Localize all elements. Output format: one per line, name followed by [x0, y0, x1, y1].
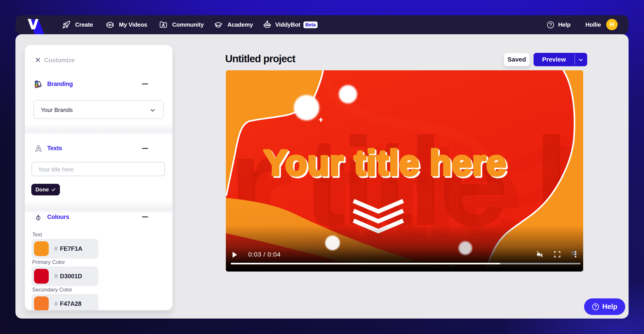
svg-text:A: A: [36, 144, 41, 153]
